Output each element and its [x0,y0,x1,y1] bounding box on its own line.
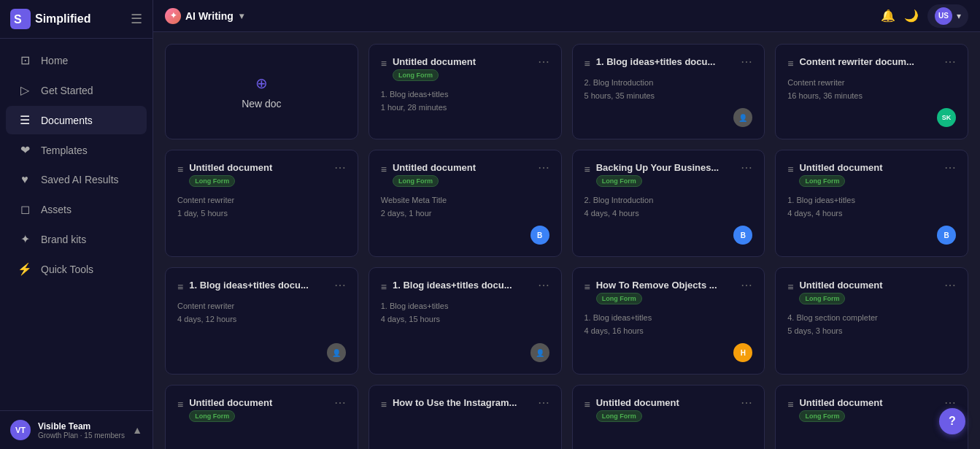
document-card[interactable]: ≡ 1. Blog ideas+titles docu... ⋯ 2. Blog… [572,44,765,139]
card-title-area: How to Use the Instagram... [393,397,532,408]
doc-icon: ≡ [584,164,590,175]
card-footer: B [584,220,753,245]
home-icon: ⊡ [18,53,32,67]
card-header: ≡ 1. Blog ideas+titles docu... ⋯ [584,56,753,69]
card-user-avatar: 👤 [327,343,346,362]
sidebar-item-templates[interactable]: ❤ Templates [6,136,147,164]
card-menu-button[interactable]: ⋯ [944,162,956,174]
card-menu-button[interactable]: ⋯ [944,280,956,291]
team-info: Visible Team Growth Plan · 15 members [38,421,125,440]
document-card[interactable]: ≡ Untitled document Long Form ⋯ 1. Blog … [369,44,562,139]
doc-icon: ≡ [787,58,793,69]
new-doc-button[interactable]: ⊕ New doc [165,44,358,139]
card-user-avatar: SK [937,108,956,127]
document-card[interactable]: ≡ Untitled document Long Form ⋯ [165,385,358,449]
card-menu-button[interactable]: ⋯ [741,56,752,68]
document-card[interactable]: ≡ Backing Up Your Busines... Long Form ⋯… [572,150,765,257]
card-menu-button[interactable]: ⋯ [334,162,346,174]
team-avatar: VT [10,420,31,440]
card-title-area: Untitled document Long Form [799,162,938,187]
sidebar-item-documents[interactable]: ☰ Documents [6,106,147,134]
documents-icon: ☰ [18,113,32,127]
user-menu[interactable]: US ▾ [927,4,968,28]
sidebar-item-assets[interactable]: ◻ Assets [6,195,147,223]
card-header: ≡ Untitled document Long Form ⋯ [381,162,549,187]
sidebar-item-label: Documents [41,115,93,126]
user-chevron-icon: ▾ [957,11,961,21]
team-expand-icon[interactable]: ▲ [132,424,142,436]
sidebar-item-label: Assets [41,204,72,215]
doc-icon: ≡ [787,281,793,293]
assets-icon: ◻ [18,202,32,216]
card-meta: Content rewriter 16 hours, 36 minutes [787,77,956,102]
card-menu-button[interactable]: ⋯ [334,280,346,291]
team-plan: Growth Plan · 15 members [38,431,125,440]
card-meta: Website Meta Title 2 days, 1 hour [381,194,549,220]
sidebar-item-brand-kits[interactable]: ✦ Brand kits [6,225,147,253]
card-menu-button[interactable]: ⋯ [741,397,752,409]
doc-icon: ≡ [787,164,793,175]
document-card[interactable]: ≡ Untitled document Long Form ⋯ Content … [165,150,358,257]
card-menu-button[interactable]: ⋯ [741,162,752,174]
card-badge: Long Form [799,175,845,187]
doc-icon: ≡ [584,58,590,69]
card-meta: Content rewriter 1 day, 5 hours [177,194,346,220]
card-meta: 4. Blog section completer 5 days, 3 hour… [787,312,956,337]
card-header: ≡ Untitled document Long Form ⋯ [584,397,753,422]
ai-writing-icon: ✦ [165,8,181,24]
svg-text:S: S [14,13,22,26]
card-title: How to Use the Instagram... [393,397,532,408]
document-card[interactable]: ≡ Untitled document Long Form ⋯ 1. Blog … [775,150,968,257]
sidebar-item-saved-ai[interactable]: ♥ Saved AI Results [6,166,147,193]
card-menu-button[interactable]: ⋯ [538,280,549,291]
card-badge: Long Form [596,175,642,187]
sidebar-item-quick-tools[interactable]: ⚡ Quick Tools [6,255,147,283]
saved-ai-icon: ♥ [18,173,32,186]
card-title: Untitled document [189,162,328,173]
doc-icon: ≡ [381,281,387,293]
card-title: 1. Blog ideas+titles docu... [189,280,328,291]
card-title-area: Untitled document Long Form [393,162,532,187]
help-button[interactable]: ? [939,408,965,434]
card-menu-button[interactable]: ⋯ [538,56,549,68]
card-title-area: Backing Up Your Busines... Long Form [596,162,736,187]
card-badge: Long Form [799,410,845,422]
card-footer: B [381,220,549,245]
card-menu-button[interactable]: ⋯ [944,56,956,68]
card-menu-button[interactable]: ⋯ [538,397,549,409]
card-title-area: Untitled document Long Form [596,397,736,422]
sidebar-header: S Simplified ☰ [0,0,153,39]
card-title: Untitled document [189,397,328,408]
sidebar-item-get-started[interactable]: ▷ Get Started [6,76,147,104]
document-card[interactable]: ≡ How To Remove Objects ... Long Form ⋯ … [572,267,765,375]
sidebar-collapse-button[interactable]: ☰ [131,11,142,27]
sidebar-item-home[interactable]: ⊡ Home [6,46,147,74]
sidebar-item-label: Get Started [41,85,93,96]
team-name: Visible Team [38,421,125,431]
card-meta: 1. Blog ideas+titles 4 days, 15 hours [381,300,549,326]
card-user-avatar: 👤 [530,343,549,362]
card-menu-button[interactable]: ⋯ [944,397,956,409]
topbar-chevron-icon[interactable]: ▾ [239,11,244,21]
doc-icon: ≡ [177,281,183,293]
card-badge: Long Form [189,175,235,187]
document-card[interactable]: ≡ 1. Blog ideas+titles docu... ⋯ 1. Blog… [369,267,562,375]
card-menu-button[interactable]: ⋯ [741,280,752,291]
theme-toggle-icon[interactable]: 🌙 [904,9,919,23]
document-card[interactable]: ≡ Untitled document Long Form ⋯ [572,385,765,449]
document-card[interactable]: ≡ Untitled document Long Form ⋯ Website … [369,150,562,257]
app-logo-icon: S [10,9,31,29]
card-title-area: Untitled document Long Form [189,397,328,422]
document-card[interactable]: ≡ How to Use the Instagram... ⋯ [369,385,562,449]
card-title: Untitled document [596,397,736,408]
document-card[interactable]: ≡ 1. Blog ideas+titles docu... ⋯ Content… [165,267,358,375]
topbar: ✦ AI Writing ▾ 🔔 🌙 US ▾ [153,0,980,32]
card-badge: Long Form [596,293,642,304]
sidebar-item-label: Brand kits [41,234,86,245]
doc-icon: ≡ [177,399,183,410]
card-menu-button[interactable]: ⋯ [334,397,346,409]
card-menu-button[interactable]: ⋯ [538,162,549,174]
document-card[interactable]: ≡ Untitled document Long Form ⋯ 4. Blog … [775,267,968,375]
notification-icon[interactable]: 🔔 [881,9,895,23]
document-card[interactable]: ≡ Content rewriter docum... ⋯ Content re… [775,44,968,139]
